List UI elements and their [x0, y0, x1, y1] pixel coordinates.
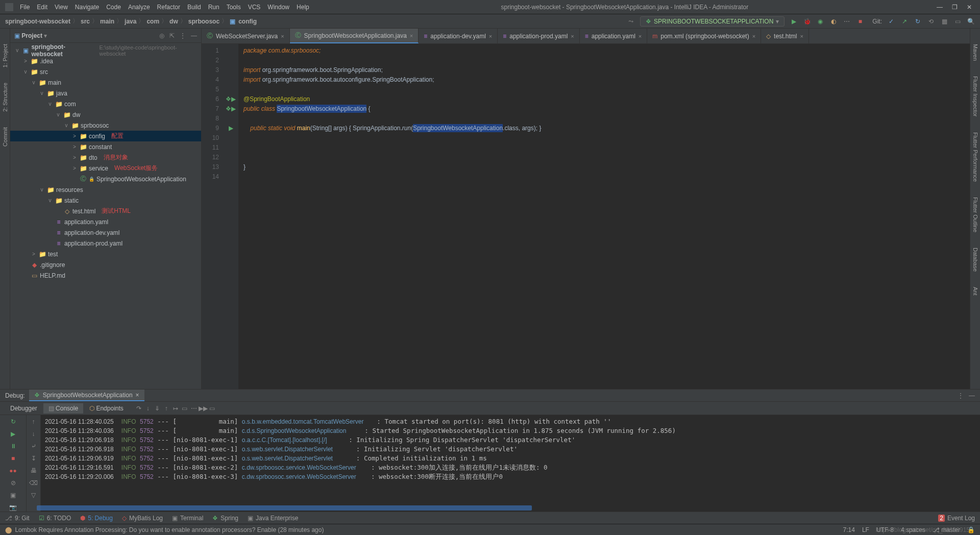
debug-icon[interactable]: 🐞: [803, 17, 811, 26]
pause-icon[interactable]: ⏸: [10, 443, 16, 450]
git-update-icon[interactable]: ✓: [887, 17, 895, 26]
attach-icon[interactable]: ⋯: [843, 17, 851, 26]
collapse-icon[interactable]: ⇱: [169, 32, 175, 39]
tree-item[interactable]: ◆.gitignore: [10, 259, 201, 270]
tree-item[interactable]: >📁serviceWebSocket服务: [10, 163, 201, 174]
run-gutter-icon[interactable]: ❖▶: [226, 94, 236, 104]
breadcrumb-item[interactable]: config: [238, 18, 257, 25]
menu-vcs[interactable]: VCS: [244, 4, 264, 11]
editor-tab[interactable]: ⒸSpringbootWebsocketApplication.java×: [290, 29, 419, 43]
hide-icon[interactable]: —: [969, 392, 975, 399]
console-tab[interactable]: ▤ Console: [43, 403, 83, 414]
wrap-icon[interactable]: ⤶: [31, 443, 36, 450]
settings-icon[interactable]: ▭: [208, 404, 216, 412]
profile-icon[interactable]: ◐: [829, 17, 838, 26]
breadcrumb-item[interactable]: main: [100, 18, 114, 25]
tree-item[interactable]: >📁dto消息对象: [10, 152, 201, 163]
tree-item[interactable]: v📁static: [10, 195, 201, 206]
hide-icon[interactable]: —: [191, 32, 197, 39]
tool-project[interactable]: 1: Project: [2, 44, 8, 67]
mute-breakpoints-icon[interactable]: ⊘: [11, 479, 16, 487]
tree-item[interactable]: ≡application-dev.yaml: [10, 227, 201, 238]
tree-item[interactable]: ◇test.html测试HTML: [10, 206, 201, 216]
tree-item[interactable]: v📁dw: [10, 109, 201, 120]
tool-flutter-performance[interactable]: Flutter Performance: [972, 132, 978, 182]
breadcrumb-item[interactable]: dw: [169, 18, 178, 25]
step-into-icon[interactable]: ↓: [144, 404, 152, 412]
chevron-down-icon[interactable]: ▾: [42, 32, 47, 39]
tree-item[interactable]: ≡application.yaml: [10, 216, 201, 227]
close-icon[interactable]: ✕: [967, 4, 972, 11]
force-step-into-icon[interactable]: ⇓: [153, 404, 161, 412]
resume-frame-icon[interactable]: ▶▶: [199, 404, 207, 412]
tree-item[interactable]: v📁resources: [10, 184, 201, 195]
debugger-tab[interactable]: Debugger: [5, 403, 42, 414]
menu-help[interactable]: Help: [293, 4, 313, 11]
menu-edit[interactable]: Edit: [33, 4, 51, 11]
coverage-icon[interactable]: ◉: [816, 17, 824, 26]
tool-commit[interactable]: Commit: [2, 127, 8, 147]
menu-file[interactable]: File: [16, 4, 33, 11]
breadcrumb-item[interactable]: java: [125, 18, 136, 25]
step-out-icon[interactable]: ↑: [162, 404, 170, 412]
tool-flutter-outline[interactable]: Flutter Outline: [972, 197, 978, 232]
menu-refactor[interactable]: Refactor: [154, 4, 184, 11]
menu-code[interactable]: Code: [103, 4, 125, 11]
close-icon[interactable]: ×: [752, 33, 755, 39]
git-rollback-icon[interactable]: ⟲: [927, 17, 935, 26]
breadcrumb[interactable]: springboot-websocket〉 src〉 main〉 java〉 c…: [5, 17, 257, 26]
tool-java-ee[interactable]: ▣Java Enterprise: [248, 515, 298, 522]
menu-run[interactable]: Run: [205, 4, 223, 11]
menu-tools[interactable]: Tools: [223, 4, 244, 11]
event-log[interactable]: 2Event Log: [938, 515, 975, 522]
close-icon[interactable]: ×: [800, 33, 803, 39]
close-icon[interactable]: ×: [489, 33, 492, 39]
breadcrumb-item[interactable]: springboot-websocket: [5, 18, 70, 25]
up-icon[interactable]: ↑: [32, 418, 35, 425]
code-editor[interactable]: 1234567891011121314 ❖▶ ❖▶ ▶ package com.…: [202, 44, 970, 389]
breadcrumb-item[interactable]: src: [81, 18, 90, 25]
menu-build[interactable]: Build: [184, 4, 205, 11]
target-icon[interactable]: ◎: [159, 32, 164, 39]
reader-icon[interactable]: ▭: [953, 17, 962, 26]
run-config-select[interactable]: ❖ SPRINGBOOTWEBSOCKETAPPLICATION ▾: [640, 16, 785, 27]
hide-icon[interactable]: ⋮: [958, 392, 964, 399]
tree-item[interactable]: v📁com: [10, 99, 201, 109]
close-icon[interactable]: ×: [410, 33, 413, 39]
menu-view[interactable]: View: [51, 4, 71, 11]
run-icon[interactable]: ▶: [790, 17, 798, 26]
editor-gutter[interactable]: ❖▶ ❖▶ ▶: [223, 44, 238, 389]
editor-tab[interactable]: ≡application.yaml×: [580, 29, 648, 43]
grid-icon[interactable]: ▦: [940, 17, 948, 26]
endpoints-tab[interactable]: ⬡ Endpoints: [84, 403, 129, 414]
editor-tab[interactable]: ≡application-prod.yaml×: [498, 29, 580, 43]
close-icon[interactable]: ×: [281, 33, 284, 39]
run-gutter-icon[interactable]: ❖▶: [226, 104, 236, 114]
warning-icon[interactable]: ⬤: [5, 526, 12, 533]
filter-icon[interactable]: ▽: [31, 492, 36, 499]
tree-item[interactable]: v📁main: [10, 77, 201, 88]
status-message[interactable]: Lombok Requires Annotation Processing: D…: [15, 526, 324, 533]
tree-item[interactable]: >📁test: [10, 249, 201, 259]
tool-terminal[interactable]: ▣Terminal: [172, 515, 203, 522]
print-icon[interactable]: 🖶: [31, 467, 37, 474]
tree-item[interactable]: >📁constant: [10, 141, 201, 152]
tree-item[interactable]: Ⓒ🔒SpringbootWebsocketApplication: [10, 174, 201, 184]
resume-icon[interactable]: ▶: [11, 430, 15, 437]
git-history-icon[interactable]: ↻: [914, 17, 922, 26]
tree-item[interactable]: ▭HELP.md: [10, 270, 201, 281]
breakpoints-icon[interactable]: ●●: [9, 467, 17, 474]
tree-item[interactable]: >📁config配置: [10, 131, 201, 141]
camera-icon[interactable]: 📷: [9, 504, 17, 511]
console-output[interactable]: 2021-05-16 11:28:40.025 INFO 5752 --- [ …: [41, 415, 980, 512]
down-icon[interactable]: ↓: [32, 430, 35, 437]
editor-tab[interactable]: ◇test.html×: [761, 29, 809, 43]
menu-window[interactable]: Window: [264, 4, 293, 11]
menu-navigate[interactable]: Navigate: [71, 4, 103, 11]
tool-todo[interactable]: ☑6: TODO: [39, 515, 71, 522]
stop-icon[interactable]: ■: [11, 455, 15, 462]
debug-run-tab[interactable]: ❖ SpringbootWebsocketApplication ×: [29, 390, 144, 401]
evaluate-icon[interactable]: ▭: [181, 404, 189, 412]
trace-icon[interactable]: ⋯: [190, 404, 198, 412]
tree-item[interactable]: v📁src: [10, 66, 201, 77]
